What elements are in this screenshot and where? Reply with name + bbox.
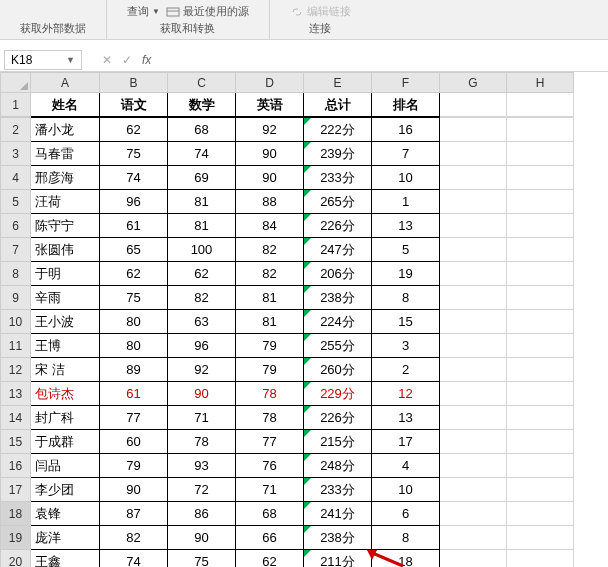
cell[interactable] [507, 286, 574, 310]
cell[interactable]: 17 [372, 430, 440, 454]
cell[interactable]: 260分 [304, 358, 372, 382]
cell[interactable]: 63 [168, 310, 236, 334]
cell[interactable]: 张圆伟 [31, 238, 100, 262]
cell[interactable]: 211分 [304, 550, 372, 568]
cell[interactable]: 79 [100, 454, 168, 478]
cell[interactable]: 宋 洁 [31, 358, 100, 382]
cell[interactable]: 60 [100, 430, 168, 454]
cancel-formula-button[interactable]: ✕ [102, 53, 112, 67]
cell[interactable] [440, 430, 507, 454]
cell[interactable] [507, 262, 574, 286]
cell[interactable] [440, 406, 507, 430]
cell[interactable]: 姓名 [31, 93, 100, 117]
cell[interactable]: 庞洋 [31, 526, 100, 550]
row-header[interactable]: 15 [1, 430, 31, 454]
row-header[interactable]: 11 [1, 334, 31, 358]
cell[interactable] [440, 262, 507, 286]
cell[interactable]: 王鑫 [31, 550, 100, 568]
cell[interactable]: 82 [100, 526, 168, 550]
cell[interactable]: 于成群 [31, 430, 100, 454]
cell[interactable] [440, 142, 507, 166]
cell[interactable]: 62 [100, 118, 168, 142]
cell[interactable]: 90 [236, 142, 304, 166]
cell[interactable]: 90 [168, 382, 236, 406]
cell[interactable]: 8 [372, 526, 440, 550]
cell[interactable]: 2 [372, 358, 440, 382]
cell[interactable]: 61 [100, 382, 168, 406]
cell[interactable] [507, 166, 574, 190]
row-header[interactable]: 16 [1, 454, 31, 478]
cell[interactable] [440, 550, 507, 568]
cell[interactable]: 李少团 [31, 478, 100, 502]
cell[interactable]: 8 [372, 286, 440, 310]
cell[interactable]: 87 [100, 502, 168, 526]
row-header[interactable]: 7 [1, 238, 31, 262]
cell[interactable]: 100 [168, 238, 236, 262]
cell[interactable]: 206分 [304, 262, 372, 286]
cell[interactable]: 77 [236, 430, 304, 454]
cell[interactable]: 238分 [304, 526, 372, 550]
col-header-C[interactable]: C [168, 73, 236, 93]
cell[interactable] [440, 93, 507, 117]
cell[interactable]: 82 [236, 238, 304, 262]
row-header[interactable]: 14 [1, 406, 31, 430]
cell[interactable]: 潘小龙 [31, 118, 100, 142]
cell[interactable]: 71 [168, 406, 236, 430]
cell[interactable]: 15 [372, 310, 440, 334]
cell[interactable]: 78 [236, 406, 304, 430]
cell[interactable]: 86 [168, 502, 236, 526]
row-header[interactable]: 13 [1, 382, 31, 406]
cell[interactable] [440, 526, 507, 550]
cell[interactable]: 10 [372, 166, 440, 190]
cell[interactable]: 13 [372, 214, 440, 238]
col-header-B[interactable]: B [100, 73, 168, 93]
row-header[interactable]: 6 [1, 214, 31, 238]
row-header[interactable]: 3 [1, 142, 31, 166]
cell[interactable]: 90 [236, 166, 304, 190]
cell[interactable] [507, 190, 574, 214]
row-header[interactable]: 12 [1, 358, 31, 382]
col-header-A[interactable]: A [31, 73, 100, 93]
recent-sources-button[interactable]: 最近使用的源 [166, 4, 249, 19]
cell[interactable] [440, 310, 507, 334]
cell[interactable] [507, 334, 574, 358]
cell[interactable]: 王博 [31, 334, 100, 358]
cell[interactable]: 75 [168, 550, 236, 568]
cell[interactable]: 82 [168, 286, 236, 310]
cell[interactable] [440, 214, 507, 238]
cell[interactable]: 79 [236, 334, 304, 358]
cell[interactable] [507, 502, 574, 526]
col-header-E[interactable]: E [304, 73, 372, 93]
row-header[interactable]: 17 [1, 478, 31, 502]
cell[interactable] [507, 214, 574, 238]
cell[interactable]: 92 [236, 118, 304, 142]
cell[interactable]: 93 [168, 454, 236, 478]
cell[interactable]: 76 [236, 454, 304, 478]
cell[interactable]: 90 [168, 526, 236, 550]
cell[interactable] [440, 166, 507, 190]
cell[interactable]: 79 [236, 358, 304, 382]
cell[interactable]: 238分 [304, 286, 372, 310]
cell[interactable]: 闫品 [31, 454, 100, 478]
cell[interactable]: 226分 [304, 214, 372, 238]
cell[interactable]: 7 [372, 142, 440, 166]
accept-formula-button[interactable]: ✓ [122, 53, 132, 67]
cell[interactable] [507, 550, 574, 568]
cell[interactable]: 4 [372, 454, 440, 478]
cell[interactable]: 74 [100, 550, 168, 568]
cell[interactable]: 222分 [304, 118, 372, 142]
cell[interactable] [440, 454, 507, 478]
cell[interactable]: 袁锋 [31, 502, 100, 526]
cell[interactable]: 90 [100, 478, 168, 502]
cell[interactable]: 65 [100, 238, 168, 262]
cell[interactable]: 239分 [304, 142, 372, 166]
cell[interactable]: 辛雨 [31, 286, 100, 310]
cell[interactable]: 81 [168, 190, 236, 214]
cell[interactable]: 81 [236, 310, 304, 334]
cell[interactable]: 74 [168, 142, 236, 166]
cell[interactable]: 72 [168, 478, 236, 502]
cell[interactable]: 265分 [304, 190, 372, 214]
cell[interactable] [507, 382, 574, 406]
row-header[interactable]: 4 [1, 166, 31, 190]
row-header[interactable]: 9 [1, 286, 31, 310]
